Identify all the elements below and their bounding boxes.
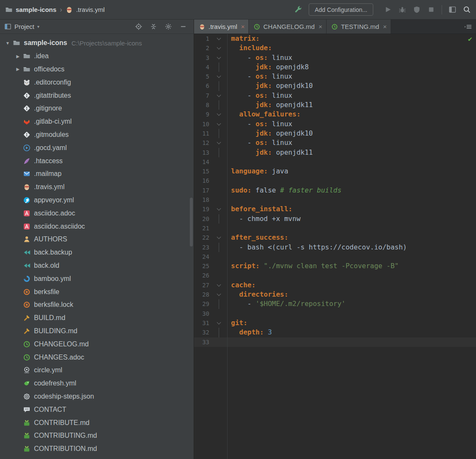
fold-marker[interactable] — [213, 176, 227, 185]
tree-item[interactable]: ▶ .idea — [0, 50, 194, 63]
debug-icon[interactable] — [398, 6, 406, 14]
breadcrumb-item[interactable]: sample-icons — [5, 6, 56, 14]
tree-item[interactable]: back.old — [0, 259, 194, 272]
tree-item[interactable]: ▼ sample-icons C:\Projects\sample-icons — [0, 37, 194, 50]
line-number: 24 — [194, 252, 213, 261]
expand-arrow-icon[interactable]: ▶ — [13, 67, 23, 71]
tree-item[interactable]: CONTRIBUTE.md — [0, 416, 194, 429]
fold-marker[interactable] — [213, 337, 227, 347]
tree-item[interactable]: berksfile — [0, 285, 194, 298]
tree-item[interactable]: .mailmap — [0, 167, 194, 181]
search-everywhere-icon[interactable] — [463, 6, 471, 14]
fold-marker[interactable] — [213, 328, 227, 337]
fold-marker[interactable] — [213, 271, 227, 280]
tree-item[interactable]: .gitlab-ci.yml — [0, 115, 194, 128]
editor-tab[interactable]: CHANGELOG.md × — [249, 20, 327, 34]
tree-item[interactable]: asciidoc.asciidoc — [0, 220, 194, 233]
tree-item[interactable]: .travis.yml — [0, 181, 194, 194]
fold-marker[interactable] — [213, 309, 227, 318]
tree-item[interactable]: circle.yml — [0, 364, 194, 377]
add-configuration-button[interactable]: Add Configuration... — [309, 3, 373, 16]
fold-marker[interactable] — [213, 186, 227, 195]
scrollbar-thumb[interactable] — [190, 198, 193, 246]
tree-item[interactable]: .gocd.yaml — [0, 141, 194, 154]
fold-marker[interactable] — [213, 204, 227, 214]
project-panel-title[interactable]: Project — [14, 23, 34, 30]
fold-marker[interactable] — [213, 299, 227, 309]
tree-item[interactable]: CHANGELOG.md — [0, 337, 194, 351]
tree-item[interactable]: asciidoc.adoc — [0, 207, 194, 220]
tree-item[interactable]: back.backup — [0, 246, 194, 259]
inspections-ok-icon[interactable]: ✔ — [468, 35, 472, 43]
fold-marker[interactable] — [213, 233, 227, 242]
chevron-down-icon[interactable]: ▾ — [37, 24, 39, 29]
tool-windows-icon[interactable] — [448, 6, 456, 14]
fold-marker[interactable] — [213, 243, 227, 252]
fold-marker[interactable] — [213, 62, 227, 72]
tree-item[interactable]: ▶ officedocs — [0, 63, 194, 76]
fold-marker[interactable] — [213, 252, 227, 261]
close-icon[interactable]: × — [383, 23, 387, 30]
coverage-icon[interactable] — [413, 6, 421, 14]
fold-marker[interactable] — [213, 110, 227, 119]
gear-icon[interactable] — [165, 23, 172, 30]
expand-arrow-icon[interactable]: ▼ — [3, 41, 13, 45]
fold-marker[interactable] — [213, 53, 227, 62]
stop-icon[interactable] — [427, 6, 435, 14]
tree-item[interactable]: AUTHORS — [0, 233, 194, 246]
fold-marker[interactable] — [213, 214, 227, 224]
fold-marker[interactable] — [213, 129, 227, 138]
wrench-icon[interactable] — [294, 6, 302, 14]
fold-marker[interactable] — [213, 157, 227, 167]
tree-item[interactable] — [0, 456, 194, 459]
code-area[interactable]: 1 matrix: 2 include: 3 - os: linux 4 jdk… — [194, 34, 476, 347]
git-icon — [23, 131, 31, 139]
fold-marker[interactable] — [213, 195, 227, 204]
fold-marker[interactable] — [213, 318, 227, 328]
hide-panel-icon[interactable] — [180, 23, 187, 30]
tree-item[interactable]: .gitignore — [0, 102, 194, 115]
code-line: 28 directories: — [194, 290, 476, 299]
fold-marker[interactable] — [213, 167, 227, 176]
tree-item[interactable]: codefresh.yml — [0, 377, 194, 390]
tree-item[interactable]: .gitattributes — [0, 89, 194, 102]
tree-item[interactable]: CONTACT — [0, 403, 194, 416]
tree-item[interactable]: .editorconfig — [0, 76, 194, 89]
collapse-all-icon[interactable] — [150, 23, 157, 30]
fold-marker[interactable] — [213, 43, 227, 53]
tree-item[interactable]: CONTRIBUTION.md — [0, 442, 194, 456]
tree-item[interactable]: BUILDING.md — [0, 325, 194, 338]
tree-item[interactable]: CONTRIBUTING.md — [0, 429, 194, 442]
fold-marker[interactable] — [213, 290, 227, 299]
fold-marker[interactable] — [213, 34, 227, 43]
tree-item[interactable]: .gitmodules — [0, 128, 194, 142]
fold-marker[interactable] — [213, 100, 227, 110]
close-icon[interactable]: × — [241, 23, 245, 30]
fold-marker[interactable] — [213, 261, 227, 271]
fold-marker[interactable] — [213, 91, 227, 100]
breadcrumb-item[interactable]: .travis.yml — [65, 6, 105, 14]
fold-marker[interactable] — [213, 148, 227, 157]
fold-marker[interactable] — [213, 81, 227, 91]
expand-arrow-icon[interactable]: ▶ — [13, 54, 23, 59]
fold-marker[interactable] — [213, 280, 227, 290]
tree-item[interactable]: BUILD.md — [0, 312, 194, 325]
tree-item[interactable]: codeship-steps.json — [0, 390, 194, 403]
tree-item[interactable]: berksfile.lock — [0, 298, 194, 312]
close-icon[interactable]: × — [318, 23, 322, 30]
project-tree-panel[interactable]: ▼ sample-icons C:\Projects\sample-icons … — [0, 34, 194, 459]
locate-file-icon[interactable] — [135, 23, 142, 30]
tree-item[interactable]: .htaccess — [0, 154, 194, 167]
editor-tab[interactable]: TESTING.md × — [327, 20, 391, 34]
fold-marker[interactable] — [213, 72, 227, 81]
editor-tab[interactable]: .travis.yml × — [194, 20, 249, 34]
editor[interactable]: 1 matrix: 2 include: 3 - os: linux 4 jdk… — [194, 34, 476, 459]
tab-options-icon[interactable] — [464, 23, 473, 31]
fold-marker[interactable] — [213, 119, 227, 129]
fold-marker[interactable] — [213, 138, 227, 147]
tree-item[interactable]: CHANGES.adoc — [0, 351, 194, 364]
tree-item[interactable]: bamboo.yml — [0, 272, 194, 285]
run-icon[interactable] — [384, 6, 392, 14]
tree-item[interactable]: appveyor.yml — [0, 194, 194, 207]
fold-marker[interactable] — [213, 224, 227, 233]
